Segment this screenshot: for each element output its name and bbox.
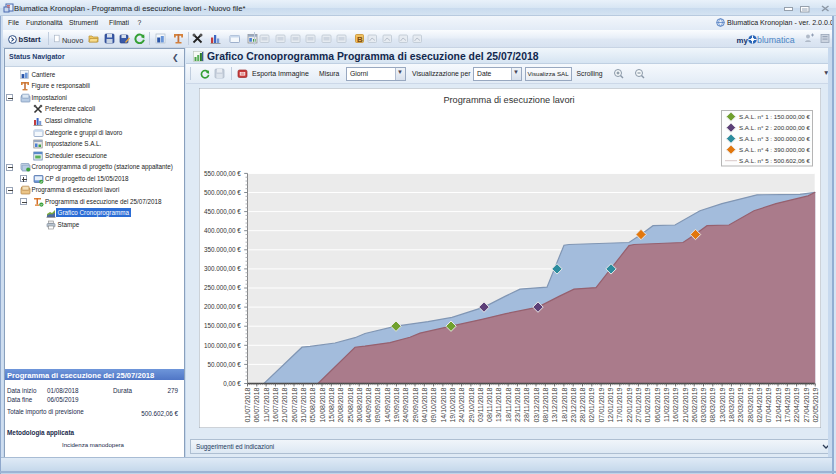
svg-text:29/09/2018: 29/09/2018 (412, 387, 419, 422)
svg-text:01/07/2018: 01/07/2018 (244, 387, 251, 422)
svg-text:21/02/2019: 21/02/2019 (682, 387, 689, 422)
svg-text:24/10/2018: 24/10/2018 (458, 387, 465, 422)
svg-text:03/11/2018: 03/11/2018 (477, 387, 484, 422)
svg-text:11/07/2018: 11/07/2018 (263, 387, 270, 422)
svg-text:18/12/2018: 18/12/2018 (561, 387, 568, 422)
svg-text:19/10/2018: 19/10/2018 (449, 387, 456, 422)
svg-text:16/02/2019: 16/02/2019 (672, 387, 679, 422)
svg-text:31/07/2018: 31/07/2018 (300, 387, 307, 422)
svg-text:02/04/2019: 02/04/2019 (756, 387, 763, 422)
svg-text:22/04/2019: 22/04/2019 (793, 387, 800, 422)
svg-text:15/08/2018: 15/08/2018 (328, 387, 335, 422)
svg-text:18/11/2018: 18/11/2018 (505, 387, 512, 422)
svg-text:23/11/2018: 23/11/2018 (514, 387, 521, 422)
svg-text:0,00 €: 0,00 € (223, 380, 241, 387)
svg-text:21/07/2018: 21/07/2018 (281, 387, 288, 422)
svg-text:16/07/2018: 16/07/2018 (272, 387, 279, 422)
svg-text:12/04/2019: 12/04/2019 (775, 387, 782, 422)
svg-text:20/08/2018: 20/08/2018 (337, 387, 344, 422)
svg-text:13/11/2018: 13/11/2018 (495, 387, 502, 422)
svg-text:250.000,00 €: 250.000,00 € (204, 284, 241, 291)
svg-text:400.000,00 €: 400.000,00 € (204, 227, 241, 234)
svg-text:S.A.L. n° 3 : 300.000,00 €: S.A.L. n° 3 : 300.000,00 € (739, 135, 810, 142)
svg-text:27/04/2019: 27/04/2019 (803, 387, 810, 422)
svg-text:04/09/2018: 04/09/2018 (365, 387, 372, 422)
svg-text:200.000,00 €: 200.000,00 € (204, 303, 241, 310)
svg-text:100.000,00 €: 100.000,00 € (204, 342, 241, 349)
svg-text:05/08/2018: 05/08/2018 (309, 387, 316, 422)
svg-text:06/02/2019: 06/02/2019 (654, 387, 661, 422)
svg-text:28/03/2019: 28/03/2019 (747, 387, 754, 422)
svg-text:50.000,00 €: 50.000,00 € (207, 361, 241, 368)
svg-text:500.000,00 €: 500.000,00 € (204, 189, 241, 196)
svg-text:02/05/2019: 02/05/2019 (812, 387, 819, 422)
svg-text:350.000,00 €: 350.000,00 € (204, 246, 241, 253)
svg-text:13/03/2019: 13/03/2019 (719, 387, 726, 422)
svg-text:28/12/2018: 28/12/2018 (579, 387, 586, 422)
svg-text:08/12/2018: 08/12/2018 (542, 387, 549, 422)
svg-text:18/03/2019: 18/03/2019 (728, 387, 735, 422)
svg-text:S.A.L. n° 2 : 200.000,00 €: S.A.L. n° 2 : 200.000,00 € (739, 124, 810, 131)
svg-text:08/03/2019: 08/03/2019 (709, 387, 716, 422)
svg-text:11/02/2019: 11/02/2019 (663, 387, 670, 422)
svg-text:01/02/2019: 01/02/2019 (644, 387, 651, 422)
svg-text:03/12/2018: 03/12/2018 (533, 387, 540, 422)
svg-text:24/09/2018: 24/09/2018 (402, 387, 409, 422)
svg-text:S.A.L. n° 1 : 150.000,00 €: S.A.L. n° 1 : 150.000,00 € (739, 113, 810, 120)
svg-text:17/04/2019: 17/04/2019 (784, 387, 791, 422)
svg-text:S.A.L. n° 4 : 390.000,00 €: S.A.L. n° 4 : 390.000,00 € (739, 146, 810, 153)
svg-text:27/01/2019: 27/01/2019 (635, 387, 642, 422)
svg-text:Programma di esecuzione lavori: Programma di esecuzione lavori (443, 95, 574, 105)
svg-text:22/01/2019: 22/01/2019 (626, 387, 633, 422)
svg-text:23/12/2018: 23/12/2018 (570, 387, 577, 422)
svg-text:150.000,00 €: 150.000,00 € (204, 322, 241, 329)
svg-text:07/04/2019: 07/04/2019 (765, 387, 772, 422)
svg-text:02/01/2019: 02/01/2019 (588, 387, 595, 422)
svg-text:06/07/2018: 06/07/2018 (253, 387, 260, 422)
svg-text:28/11/2018: 28/11/2018 (523, 387, 530, 422)
svg-text:08/11/2018: 08/11/2018 (486, 387, 493, 422)
svg-text:14/09/2018: 14/09/2018 (384, 387, 391, 422)
svg-text:300.000,00 €: 300.000,00 € (204, 265, 241, 272)
svg-text:23/03/2019: 23/03/2019 (737, 387, 744, 422)
svg-text:09/10/2018: 09/10/2018 (430, 387, 437, 422)
svg-text:B: B (357, 35, 363, 44)
svg-text:07/01/2019: 07/01/2019 (598, 387, 605, 422)
svg-text:30/08/2018: 30/08/2018 (356, 387, 363, 422)
svg-text:25/08/2018: 25/08/2018 (347, 387, 354, 422)
svg-text:450.000,00 €: 450.000,00 € (204, 208, 241, 215)
svg-text:04/10/2018: 04/10/2018 (421, 387, 428, 422)
svg-text:19/09/2018: 19/09/2018 (393, 387, 400, 422)
svg-text:S.A.L. n° 5 : 500.602,06 €: S.A.L. n° 5 : 500.602,06 € (739, 157, 810, 164)
svg-text:09/09/2018: 09/09/2018 (374, 387, 381, 422)
svg-text:14/10/2018: 14/10/2018 (440, 387, 447, 422)
svg-text:12/01/2019: 12/01/2019 (607, 387, 614, 422)
svg-text:17/01/2019: 17/01/2019 (616, 387, 623, 422)
svg-text:29/10/2018: 29/10/2018 (468, 387, 475, 422)
svg-text:26/07/2018: 26/07/2018 (291, 387, 298, 422)
svg-text:03/03/2019: 03/03/2019 (700, 387, 707, 422)
svg-text:13/12/2018: 13/12/2018 (551, 387, 558, 422)
svg-text:550.000,00 €: 550.000,00 € (204, 170, 241, 177)
svg-text:10/08/2018: 10/08/2018 (319, 387, 326, 422)
svg-text:26/02/2019: 26/02/2019 (691, 387, 698, 422)
